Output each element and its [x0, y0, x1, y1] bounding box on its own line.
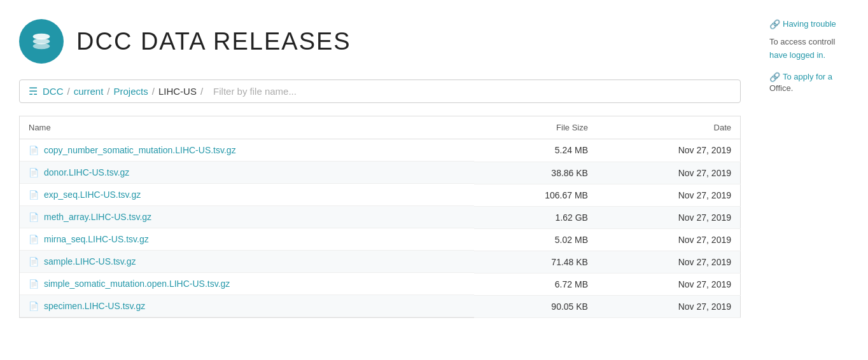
- file-name-cell: 📄meth_array.LIHC-US.tsv.gz: [20, 206, 474, 228]
- breadcrumb-projects[interactable]: Projects: [114, 86, 148, 97]
- page-header: DCC DATA RELEASES: [19, 19, 741, 64]
- file-size-cell: 6.72 MB: [474, 273, 597, 295]
- table-row: 📄specimen.LIHC-US.tsv.gz90.05 KBNov 27, …: [20, 295, 741, 318]
- file-icon: 📄: [29, 279, 39, 289]
- table-row: 📄exp_seq.LIHC-US.tsv.gz106.67 MBNov 27, …: [20, 184, 741, 206]
- file-link[interactable]: donor.LIHC-US.tsv.gz: [44, 167, 129, 177]
- apply-section: 🔗 To apply for a Office.: [769, 72, 858, 95]
- file-icon: 📄: [29, 301, 39, 311]
- file-size-cell: 106.67 MB: [474, 184, 597, 206]
- file-table: Name File Size Date 📄copy_number_somatic…: [19, 116, 741, 318]
- file-size-cell: 5.24 MB: [474, 139, 597, 162]
- file-size-cell: 1.62 GB: [474, 206, 597, 228]
- table-row: 📄donor.LIHC-US.tsv.gz38.86 KBNov 27, 201…: [20, 162, 741, 184]
- page-title: DCC DATA RELEASES: [76, 28, 351, 55]
- breadcrumb-dcc[interactable]: DCC: [43, 86, 64, 97]
- apply-link-label: To apply for a: [783, 72, 832, 81]
- file-name-cell: 📄exp_seq.LIHC-US.tsv.gz: [20, 184, 474, 206]
- breadcrumb-lihcus: LIHC-US: [158, 86, 197, 97]
- file-date-cell: Nov 27, 2019: [597, 162, 741, 184]
- table-row: 📄mirna_seq.LIHC-US.tsv.gz5.02 MBNov 27, …: [20, 228, 741, 251]
- file-date-cell: Nov 27, 2019: [597, 184, 741, 206]
- apply-office-text: Office.: [769, 83, 793, 93]
- breadcrumb-current[interactable]: current: [74, 86, 104, 97]
- file-size-cell: 38.86 KB: [474, 162, 597, 184]
- breadcrumb-sep-2: /: [107, 86, 109, 97]
- external-link-icon: 🔗: [769, 19, 780, 29]
- file-link[interactable]: meth_array.LIHC-US.tsv.gz: [44, 212, 151, 222]
- file-date-cell: Nov 27, 2019: [597, 228, 741, 251]
- file-date-cell: Nov 27, 2019: [597, 273, 741, 295]
- logged-in-text: have logged in.: [769, 50, 825, 60]
- file-name-cell: 📄sample.LIHC-US.tsv.gz: [20, 251, 474, 273]
- file-size-cell: 5.02 MB: [474, 228, 597, 251]
- breadcrumb-sep-4: /: [200, 86, 203, 97]
- file-name-cell: 📄donor.LIHC-US.tsv.gz: [20, 162, 474, 184]
- file-link[interactable]: specimen.LIHC-US.tsv.gz: [44, 301, 145, 311]
- file-icon: 📄: [29, 146, 39, 155]
- file-icon: 📄: [29, 257, 39, 267]
- table-row: 📄meth_array.LIHC-US.tsv.gz1.62 GBNov 27,…: [20, 206, 741, 228]
- col-header-date: Date: [597, 116, 741, 139]
- file-name-cell: 📄copy_number_somatic_mutation.LIHC-US.ts…: [20, 139, 474, 162]
- breadcrumb-sep-3: /: [152, 86, 155, 97]
- sidebar: 🔗 Having trouble To access controll have…: [760, 13, 868, 347]
- table-row: 📄sample.LIHC-US.tsv.gz71.48 KBNov 27, 20…: [20, 251, 741, 273]
- file-icon: 📄: [29, 212, 39, 222]
- file-link[interactable]: mirna_seq.LIHC-US.tsv.gz: [44, 234, 149, 244]
- file-date-cell: Nov 27, 2019: [597, 139, 741, 162]
- breadcrumb-sep-1: /: [67, 86, 70, 97]
- sidebar-access-text: To access controll have logged in.: [769, 36, 858, 62]
- database-icon: ☴: [29, 85, 38, 97]
- table-header-row: Name File Size Date: [20, 116, 741, 139]
- having-trouble-label: Having trouble: [783, 19, 836, 29]
- file-size-cell: 71.48 KB: [474, 251, 597, 273]
- file-name-cell: 📄specimen.LIHC-US.tsv.gz: [20, 295, 474, 317]
- file-name-cell: 📄simple_somatic_mutation.open.LIHC-US.ts…: [20, 273, 474, 295]
- file-name-cell: 📄mirna_seq.LIHC-US.tsv.gz: [20, 228, 474, 251]
- file-icon: 📄: [29, 190, 39, 200]
- file-date-cell: Nov 27, 2019: [597, 295, 741, 318]
- file-link[interactable]: sample.LIHC-US.tsv.gz: [44, 256, 136, 267]
- file-date-cell: Nov 27, 2019: [597, 251, 741, 273]
- file-size-cell: 90.05 KB: [474, 295, 597, 318]
- table-row: 📄simple_somatic_mutation.open.LIHC-US.ts…: [20, 273, 741, 295]
- breadcrumb-bar: ☴ DCC / current / Projects / LIHC-US / F…: [19, 80, 741, 103]
- apply-link[interactable]: 🔗 To apply for a: [769, 72, 858, 82]
- file-date-cell: Nov 27, 2019: [597, 206, 741, 228]
- table-row: 📄copy_number_somatic_mutation.LIHC-US.ts…: [20, 139, 741, 162]
- svg-point-2: [33, 43, 50, 50]
- file-link[interactable]: exp_seq.LIHC-US.tsv.gz: [44, 190, 141, 200]
- having-trouble-link[interactable]: 🔗 Having trouble: [769, 19, 858, 29]
- file-icon: 📄: [29, 235, 39, 244]
- file-link[interactable]: copy_number_somatic_mutation.LIHC-US.tsv…: [44, 145, 236, 155]
- col-header-name: Name: [20, 116, 474, 139]
- apply-external-icon: 🔗: [769, 72, 780, 82]
- file-icon: 📄: [29, 168, 39, 177]
- breadcrumb-filter-placeholder: Filter by file name...: [213, 86, 297, 97]
- col-header-size: File Size: [474, 116, 597, 139]
- file-link[interactable]: simple_somatic_mutation.open.LIHC-US.tsv…: [44, 279, 230, 289]
- logo: [19, 19, 64, 64]
